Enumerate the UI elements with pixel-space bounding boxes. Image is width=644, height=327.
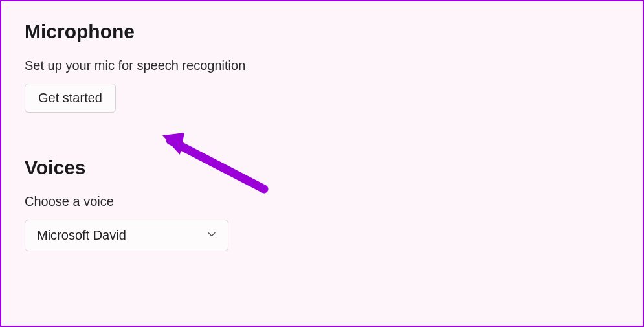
choose-voice-label: Choose a voice	[25, 194, 619, 209]
voice-selected-value: Microsoft David	[37, 228, 126, 243]
microphone-heading: Microphone	[25, 21, 619, 43]
microphone-section: Microphone Set up your mic for speech re…	[25, 21, 619, 113]
voice-select[interactable]: Microsoft David	[25, 220, 228, 251]
voices-heading: Voices	[25, 157, 619, 179]
get-started-button[interactable]: Get started	[25, 84, 116, 113]
voices-section: Voices Choose a voice Microsoft David	[25, 157, 619, 251]
microphone-subtext: Set up your mic for speech recognition	[25, 58, 619, 73]
svg-marker-2	[162, 133, 184, 155]
